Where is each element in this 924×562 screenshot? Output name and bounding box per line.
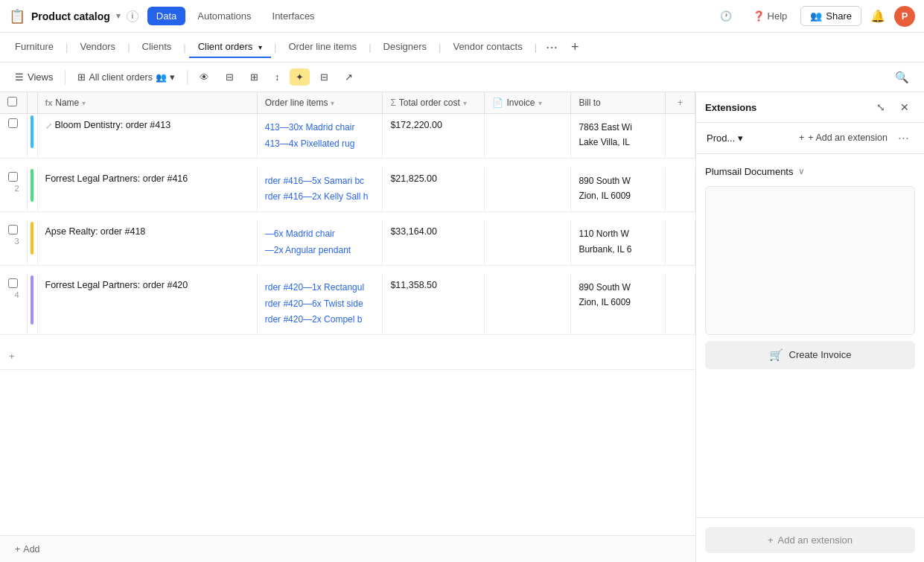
tab-client-orders[interactable]: Client orders ▾: [189, 36, 271, 58]
row-color-cell: [27, 167, 37, 212]
color-stripe: [31, 169, 34, 202]
add-extension-plus-icon: +: [768, 534, 774, 546]
col-header-billto[interactable]: Bill to: [571, 92, 666, 114]
avatar[interactable]: P: [894, 6, 915, 27]
row-order-lines-cell[interactable]: 413—30x Madrid chair413—4x Pixellated ru…: [257, 114, 383, 159]
ext-name-button[interactable]: Prod... ▾: [707, 132, 743, 144]
row-name-label: Forrest Legal Partners: order #416: [45, 173, 188, 184]
col-billto-label: Bill to: [579, 98, 600, 108]
tab-designers[interactable]: Designers: [375, 36, 436, 58]
row-name-cell[interactable]: Forrest Legal Partners: order #420: [37, 274, 257, 334]
row-checkbox[interactable]: [8, 225, 18, 234]
order-line-item: 413—30x Madrid chair: [265, 120, 375, 136]
tab-more-button[interactable]: ⋯: [540, 37, 564, 57]
app-logo[interactable]: 📋 Product catalog ▾ i: [9, 8, 138, 25]
col-order-lines-chevron: ▾: [331, 99, 334, 107]
view-name-label: All client orders: [89, 72, 152, 83]
book-icon: 📋: [9, 8, 25, 25]
total-col-icon: Σ: [390, 98, 395, 108]
expand-arrow-icon[interactable]: ⤢: [45, 121, 52, 131]
row-name-cell[interactable]: Apse Realty: order #418: [37, 220, 257, 265]
row-name-cell[interactable]: Forrest Legal Partners: order #416: [37, 167, 257, 212]
add-ext-button[interactable]: + + Add an extension: [793, 130, 893, 146]
bill-line1: 890 South W: [579, 173, 657, 188]
notifications-button[interactable]: 🔔: [867, 6, 888, 27]
bottom-add-button[interactable]: + Add: [9, 541, 46, 558]
search-button[interactable]: 🔍: [889, 68, 915, 87]
add-row-button[interactable]: +: [0, 343, 695, 370]
hide-fields-button[interactable]: 👁: [194, 69, 215, 86]
row-name-cell[interactable]: ⤢Bloom Dentistry: order #413: [37, 114, 257, 159]
order-line-item: rder #420—1x Rectangul: [265, 280, 375, 296]
add-extension-button[interactable]: + Add an extension: [705, 527, 915, 553]
row-order-lines-cell[interactable]: rder #420—1x Rectangulrder #420—6x Twist…: [257, 274, 383, 334]
row-invoice-cell[interactable]: [485, 167, 571, 212]
nav-data[interactable]: Data: [147, 7, 185, 25]
order-line-item: rder #420—2x Compel b: [265, 312, 375, 328]
share-view-button[interactable]: ↗: [339, 68, 359, 86]
create-invoice-button[interactable]: 🛒 Create Invoice: [705, 341, 915, 369]
row-billto-cell: 110 North WBurbank, IL 6: [571, 220, 666, 265]
sort-button[interactable]: ↕: [269, 69, 285, 86]
history-button[interactable]: 🕐: [713, 7, 739, 25]
col-invoice-chevron: ▾: [538, 99, 542, 107]
row-checkbox-cell[interactable]: 3: [0, 220, 27, 265]
nav-interfaces[interactable]: Interfaces: [264, 7, 324, 25]
row-order-lines-cell[interactable]: —6x Madrid chair—2x Angular pendant: [257, 220, 383, 265]
nav-automations[interactable]: Automations: [188, 7, 260, 25]
col-header-add[interactable]: +: [666, 92, 695, 114]
views-button[interactable]: ☰ Views: [9, 68, 59, 86]
views-icon: ☰: [15, 71, 24, 83]
tab-vendors[interactable]: Vendors: [71, 36, 124, 58]
row-order-lines-cell[interactable]: rder #416—5x Samari bcrder #416—2x Kelly…: [257, 167, 383, 212]
col-header-name[interactable]: fx Name ▾: [37, 92, 257, 114]
select-all-checkbox[interactable]: [7, 97, 17, 106]
row-checkbox[interactable]: [8, 118, 18, 128]
share-button[interactable]: 👥 Share: [800, 6, 861, 26]
col-header-checkbox[interactable]: [0, 92, 27, 114]
help-button[interactable]: ❓ Help: [745, 7, 795, 25]
toolbar-divider-1: [65, 70, 66, 85]
col-header-order-lines[interactable]: Order line items ▾: [257, 92, 383, 114]
tab-furniture[interactable]: Furniture: [6, 36, 63, 58]
highlight-button[interactable]: ✦: [290, 68, 310, 86]
row-invoice-cell[interactable]: [485, 114, 571, 159]
col-header-total[interactable]: Σ Total order cost ▾: [383, 92, 485, 114]
tab-vendor-contacts[interactable]: Vendor contacts: [444, 36, 531, 58]
tab-order-line-items[interactable]: Order line items: [279, 36, 366, 58]
row-checkbox[interactable]: [8, 278, 18, 288]
row-invoice-cell[interactable]: [485, 220, 571, 265]
add-ext-plus-icon: +: [799, 132, 804, 143]
expand-panel-button[interactable]: ⤡: [870, 97, 891, 118]
row-trailing-cell: [666, 167, 695, 212]
row-checkbox-cell[interactable]: [0, 114, 27, 159]
close-panel-button[interactable]: ✕: [894, 97, 915, 118]
row-height-button[interactable]: ⊟: [314, 68, 334, 86]
ext-subheader: Prod... ▾ + + Add an extension ⋯: [696, 123, 924, 153]
group-button[interactable]: ⊞: [244, 68, 264, 86]
col-header-invoice[interactable]: 📄 Invoice ▾: [485, 92, 571, 114]
filter-button[interactable]: ⊟: [220, 68, 240, 86]
plumsail-content-area: [705, 186, 915, 335]
grid-view-button[interactable]: ⊞ All client orders 👥 ▾: [71, 68, 180, 86]
table-scroll[interactable]: fx Name ▾ Order line items ▾: [0, 92, 695, 535]
row-invoice-cell[interactable]: [485, 274, 571, 334]
tab-add-button[interactable]: +: [565, 36, 585, 58]
row-total-cell: $21,825.00: [383, 167, 485, 212]
name-col-icon: fx: [45, 98, 53, 107]
bill-line1: 890 South W: [579, 280, 657, 295]
row-checkbox-cell[interactable]: 4: [0, 274, 27, 334]
info-icon[interactable]: i: [127, 10, 138, 22]
row-trailing-cell: [666, 274, 695, 334]
plumsail-header: Plumsail Documents ∨: [705, 163, 915, 180]
sort-icon: ↕: [275, 72, 279, 83]
invoice-col-icon: 📄: [492, 98, 503, 108]
tab-sep-5: |: [367, 42, 372, 53]
tab-clients[interactable]: Clients: [133, 36, 181, 58]
row-checkbox-cell[interactable]: 2: [0, 167, 27, 212]
ext-more-button[interactable]: ⋯: [893, 128, 914, 147]
bottom-add-icon: +: [15, 544, 20, 555]
tab-client-orders-label: Client orders: [198, 41, 253, 52]
search-icon: 🔍: [895, 71, 909, 84]
row-checkbox[interactable]: [8, 172, 18, 182]
